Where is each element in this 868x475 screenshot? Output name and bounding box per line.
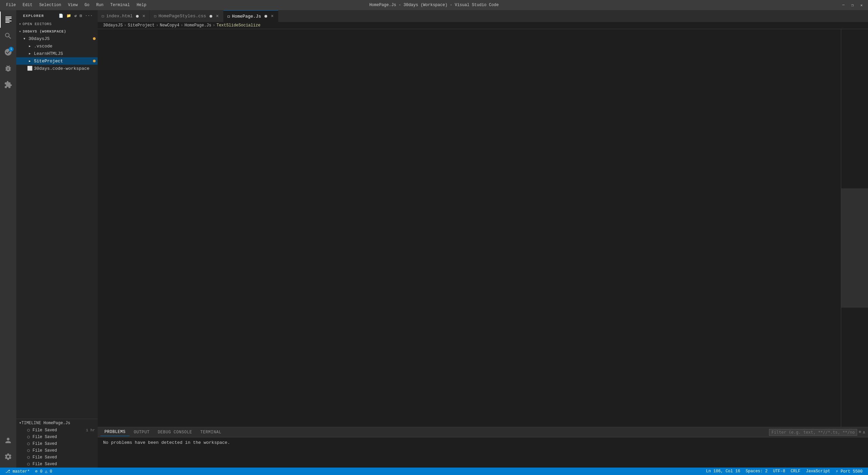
line-endings-item[interactable]: CRLF — [788, 468, 803, 475]
filter-icon[interactable]: ≡ — [859, 430, 861, 435]
tab-modified-js — [264, 15, 267, 18]
breadcrumb-siteproject[interactable]: SiteProject — [128, 23, 155, 28]
breadcrumb: 30daysJS › SiteProject › NewCopy4 › Home… — [98, 22, 868, 29]
tabs-bar: ◻ index.html × ◻ HomePageStyles.css × ◻ … — [98, 10, 868, 22]
menu-bar: File Edit Selection View Go Run Terminal… — [3, 2, 149, 8]
tab-modified-html — [136, 15, 139, 18]
timeline-dot-2 — [27, 442, 30, 445]
menu-file[interactable]: File — [3, 2, 19, 8]
workspace-header[interactable]: ▾ 30DAYS (WORKSPACE) — [16, 28, 98, 35]
collapse-panel-button[interactable]: ∧ — [863, 430, 865, 435]
minimap[interactable] — [841, 29, 868, 427]
activity-debug[interactable] — [0, 60, 16, 77]
open-editors-label: Open Editors — [23, 22, 52, 26]
panel-tab-terminal[interactable]: TERMINAL — [196, 429, 225, 436]
breadcrumb-function[interactable]: TextSlideSocialize — [216, 23, 260, 28]
tab-homepage-js[interactable]: ◻ HomePage.Js × — [223, 10, 278, 22]
source-control-badge: 1 — [9, 47, 14, 51]
modified-dot — [93, 37, 96, 40]
code-content[interactable] — [106, 29, 841, 427]
code-editor[interactable] — [98, 29, 868, 427]
timeline-dot-0 — [27, 429, 30, 432]
git-branch-item[interactable]: ⎇ master* — [3, 468, 33, 475]
panel-tab-debug[interactable]: DEBUG CONSOLE — [154, 429, 196, 436]
status-bar: ⎇ master* ⊘ 0 △ 0 Ln 186, Col 16 Spaces:… — [0, 468, 868, 475]
close-button[interactable]: ✕ — [858, 2, 865, 8]
tab-close-js[interactable]: × — [269, 13, 275, 19]
folder-closed-icon: ▸ — [27, 43, 33, 49]
panel: PROBLEMS OUTPUT DEBUG CONSOLE TERMINAL ≡… — [98, 427, 868, 468]
menu-go[interactable]: Go — [82, 2, 92, 8]
minimap-slider[interactable] — [841, 188, 868, 308]
collapse-all-button[interactable]: ⊟ — [79, 13, 83, 19]
open-editors-header[interactable]: ▾ Open Editors — [16, 21, 98, 27]
breadcrumb-newcopy4[interactable]: NewCopy4 — [160, 23, 179, 28]
menu-help[interactable]: Help — [134, 2, 149, 8]
panel-filter: ≡ ∧ — [769, 429, 865, 436]
sidebar-title: Explorer — [23, 14, 44, 18]
tree-label-vscode: .vscode — [34, 44, 53, 49]
tab-homepage-styles[interactable]: ◻ HomePageStyles.css × — [150, 10, 223, 22]
menu-selection[interactable]: Selection — [37, 2, 64, 8]
minimize-button[interactable]: ─ — [840, 2, 847, 8]
menu-edit[interactable]: Edit — [20, 2, 35, 8]
timeline-item-2[interactable]: File Saved — [16, 440, 98, 447]
timeline-item-5[interactable]: File Saved — [16, 461, 98, 468]
tree-item-learnhtml[interactable]: ▸ LearnHTMLJS — [16, 50, 98, 57]
menu-run[interactable]: Run — [94, 2, 106, 8]
language-mode-item[interactable]: JavaScript — [803, 468, 833, 475]
indentation-item[interactable]: Spaces: 2 — [743, 468, 770, 475]
tree-item-workspace-file[interactable]: ⬜ 30days.code-workspace — [16, 65, 98, 72]
timeline-section: ▾ TIMELINE HomePage.Js File Saved 1 hr F… — [16, 419, 98, 468]
breadcrumb-sep-1: › — [124, 23, 126, 28]
window-controls: ─ ❐ ✕ — [840, 2, 865, 8]
tab-close-html[interactable]: × — [141, 13, 147, 19]
refresh-explorer-button[interactable]: ↺ — [74, 13, 78, 19]
timeline-dot-4 — [27, 456, 30, 459]
errors-warnings-item[interactable]: ⊘ 0 △ 0 — [33, 468, 55, 475]
tab-modified-css — [210, 15, 212, 18]
sidebar: Explorer 📄 📁 ↺ ⊟ ··· ▾ Open Editors ▾ 30… — [16, 10, 98, 468]
timeline-title: TIMELINE — [21, 421, 41, 426]
new-folder-button[interactable]: 📁 — [66, 13, 72, 19]
tree-label-siteproject: SiteProject — [34, 59, 63, 64]
tab-close-css[interactable]: × — [214, 13, 220, 19]
activity-account[interactable] — [0, 432, 16, 449]
more-actions-button[interactable]: ··· — [84, 13, 94, 19]
activity-source-control[interactable]: 1 — [0, 44, 16, 60]
timeline-item-1[interactable]: File Saved — [16, 434, 98, 440]
activity-settings[interactable] — [0, 449, 16, 465]
new-file-button[interactable]: 📄 — [58, 13, 64, 19]
breadcrumb-sep-3: › — [181, 23, 183, 28]
activity-search[interactable] — [0, 28, 16, 44]
menu-view[interactable]: View — [65, 2, 80, 8]
timeline-label-2: File Saved — [33, 441, 95, 446]
timeline-chevron: ▾ — [19, 420, 21, 426]
maximize-button[interactable]: ❐ — [849, 2, 856, 8]
timeline-item-4[interactable]: File Saved — [16, 454, 98, 461]
workspace-label: 30DAYS (WORKSPACE) — [23, 29, 66, 34]
panel-tab-problems[interactable]: PROBLEMS — [100, 428, 130, 436]
tree-item-30daysjs[interactable]: ▾ 30daysJS — [16, 35, 98, 42]
timeline-item-3[interactable]: File Saved — [16, 447, 98, 454]
menu-terminal[interactable]: Terminal — [107, 2, 133, 8]
breadcrumb-homepagejs[interactable]: HomePage.Js — [184, 23, 211, 28]
timeline-item-0[interactable]: File Saved 1 hr — [16, 427, 98, 434]
line-numbers — [98, 29, 106, 427]
activity-extensions[interactable] — [0, 77, 16, 93]
port-info-item[interactable]: ⚡ Port 5500 — [833, 468, 865, 475]
timeline-dot-3 — [27, 449, 30, 452]
activity-explorer[interactable] — [0, 12, 16, 28]
tab-index-html[interactable]: ◻ index.html × — [98, 10, 150, 22]
encoding-item[interactable]: UTF-8 — [770, 468, 788, 475]
editor-area: ◻ index.html × ◻ HomePageStyles.css × ◻ … — [98, 10, 868, 468]
tree-item-vscode[interactable]: ▸ .vscode — [16, 42, 98, 50]
tree-item-siteproject[interactable]: ▸ SiteProject — [16, 57, 98, 65]
timeline-dot-5 — [27, 463, 30, 466]
timeline-header[interactable]: ▾ TIMELINE HomePage.Js — [16, 419, 98, 427]
panel-tab-output[interactable]: OUTPUT — [130, 429, 154, 436]
window-title: HomePage.Js - 30days (Workspace) - Visua… — [369, 3, 499, 7]
filter-input[interactable] — [769, 429, 857, 436]
cursor-position-item[interactable]: Ln 186, Col 16 — [703, 468, 743, 475]
breadcrumb-30daysjs[interactable]: 30daysJS — [103, 23, 123, 28]
